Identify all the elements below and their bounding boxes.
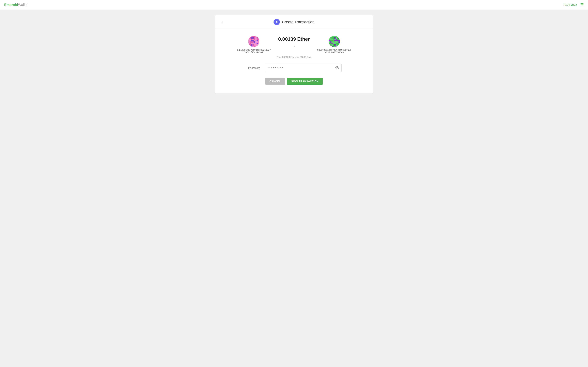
- from-avatar: [248, 36, 259, 47]
- to-address: 0x96f229a9d9fe5f3da9e2bfa85e256b60555613…: [317, 49, 352, 54]
- password-label: Password: [246, 67, 260, 70]
- password-row: Password: [226, 64, 362, 72]
- svg-point-0: [337, 67, 338, 68]
- sign-transaction-button[interactable]: SIGN TRANSACTION: [287, 78, 323, 85]
- to-avatar: [329, 36, 340, 47]
- header-right: 79.25 USD ☰: [563, 3, 584, 7]
- tx-amount: 0.00139 Ether: [278, 36, 310, 42]
- eye-icon[interactable]: [335, 66, 339, 70]
- gas-info: Plus 0.00103 Ether for 21000 Gas.: [226, 56, 362, 58]
- brand-emerald: Emerald: [4, 3, 18, 7]
- password-input-wrapper: [265, 64, 342, 72]
- card-header: ‹ Create Transaction: [215, 15, 373, 29]
- card-header-center: Create Transaction: [274, 19, 314, 25]
- button-row: CANCEL SIGN TRANSACTION: [226, 78, 362, 85]
- ethereum-icon: [274, 19, 280, 25]
- balance-display: 79.25 USD: [563, 3, 577, 7]
- brand: Emerald Wallet: [4, 3, 28, 7]
- brand-wallet: Wallet: [18, 3, 28, 7]
- from-party: 0xba205b7b2f3d9dcd5b82519277b6d1f93c0945…: [236, 36, 271, 54]
- transaction-card: ‹ Create Transaction: [215, 15, 373, 93]
- from-address: 0xba205b7b2f3d9dcd5b82519277b6d1f93c0945…: [236, 49, 271, 54]
- back-button[interactable]: ‹: [220, 20, 224, 25]
- card-body: 0xba205b7b2f3d9dcd5b82519277b6d1f93c0945…: [215, 29, 373, 93]
- cancel-button[interactable]: CANCEL: [265, 78, 285, 85]
- tx-center: 0.00139 Ether →: [278, 36, 310, 53]
- to-party: 0x96f229a9d9fe5f3da9e2bfa85e256b60555613…: [317, 36, 352, 54]
- app-header: Emerald Wallet 79.25 USD ☰: [0, 0, 588, 10]
- main-content: ‹ Create Transaction: [0, 10, 588, 99]
- menu-icon[interactable]: ☰: [580, 3, 584, 7]
- page-title: Create Transaction: [282, 20, 314, 24]
- transaction-info: 0xba205b7b2f3d9dcd5b82519277b6d1f93c0945…: [226, 36, 362, 54]
- tx-arrow-icon: →: [292, 44, 296, 48]
- password-input[interactable]: [265, 64, 342, 72]
